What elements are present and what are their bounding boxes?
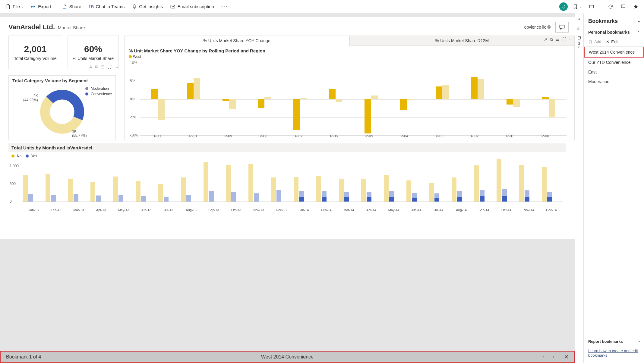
svg-rect-0 (89, 5, 92, 8)
reset-button[interactable] (559, 2, 568, 11)
star-icon (633, 4, 639, 9)
divider (603, 3, 603, 10)
kpi-market-share[interactable]: 60% % Units Market Share ⚲ ⧉ ☰ ⛶ ··· (68, 36, 119, 69)
bookmark-name: West 2014 Convenience (261, 354, 314, 360)
kpi-value: 60% (84, 44, 102, 54)
chat-icon (559, 24, 565, 30)
teams-icon (89, 4, 94, 9)
refresh-button[interactable] (605, 3, 616, 11)
bookmark-close-button[interactable]: ✕ (564, 354, 569, 360)
bookmark-item[interactable]: East (584, 67, 644, 77)
more-menu[interactable]: ··· (219, 2, 230, 11)
filters-pane-collapsed[interactable]: « Filters (575, 13, 584, 363)
svg-rect-2 (171, 5, 175, 8)
report-bookmarks-header[interactable]: Report bookmarks (588, 339, 623, 344)
chevron-up-icon[interactable]: ⌃ (637, 30, 640, 34)
focus-icon[interactable]: ⛶ (108, 65, 112, 69)
copy-icon[interactable]: ⧉ (95, 64, 98, 69)
tab-label: % Units Market Share YOY Change (203, 38, 270, 43)
chevron-down-icon: ⌵ (580, 5, 582, 8)
pin-icon[interactable]: ⚲ (543, 37, 548, 42)
tab-r12m[interactable]: % Units Market Share R12M ⚲ ⧉ ☰ ⛶ ··· (349, 36, 575, 46)
comment-visual-button[interactable] (555, 22, 569, 33)
subscribe-button[interactable]: Email subscription (168, 3, 216, 11)
more-icon[interactable]: ··· (569, 37, 573, 42)
bookmarks-header: Bookmarks (588, 18, 618, 24)
export-icon (31, 4, 36, 9)
exit-bookmark-button[interactable]: ✕ Exit (606, 39, 618, 44)
view-menu[interactable]: ⌵ (586, 3, 600, 11)
svg-point-5 (45, 95, 79, 129)
chevron-down-icon: ⌵ (53, 5, 55, 8)
bookmark-next-button[interactable]: 〉 (552, 354, 557, 360)
export-menu[interactable]: Export⌵ (28, 3, 57, 11)
file-icon (5, 4, 11, 9)
lightbulb-icon (132, 4, 137, 9)
svg-rect-3 (589, 5, 594, 8)
comment-button[interactable] (618, 3, 628, 11)
tab-yoy-change[interactable]: % Units Market Share YOY Change (124, 36, 349, 46)
pin-icon[interactable]: ⚲ (88, 64, 93, 70)
refresh-icon (608, 4, 613, 9)
kpi-label: % Units Market Share (73, 56, 114, 61)
filter-icon[interactable]: ☰ (101, 65, 105, 69)
add-bookmark-button: Add (588, 39, 601, 44)
chart-icon (577, 27, 582, 31)
share-button[interactable]: Share (60, 3, 84, 11)
mail-icon (170, 4, 175, 9)
favorite-button[interactable] (631, 3, 641, 11)
report-header: VanArsdel Ltd. Market Share obvience llc… (0, 17, 575, 36)
copy-icon[interactable]: ⧉ (550, 37, 553, 42)
chart-legend: Moderation Convenience (85, 86, 112, 97)
chat-teams-button[interactable]: Chat in Teams (86, 3, 127, 11)
collapse-icon[interactable]: » (638, 19, 640, 23)
chart-title: Total Category Volume by Segment (12, 78, 112, 83)
more-icon[interactable]: ··· (115, 65, 118, 69)
chevron-down-icon[interactable]: ⌵ (638, 339, 640, 344)
close-icon: ✕ (606, 39, 609, 44)
legend-item: West (129, 55, 570, 59)
chevron-down-icon: ⌵ (22, 5, 24, 8)
insights-button[interactable]: Get insights (129, 3, 165, 11)
donut-svg (39, 89, 85, 134)
filter-icon[interactable]: ☰ (556, 37, 559, 42)
visual-hover-menu: ⚲ ⧉ ☰ ⛶ ··· (544, 37, 573, 42)
tab-label: % Units Market Share R12M (435, 38, 489, 43)
bookmark-item[interactable]: West 2014 Convenience (584, 47, 644, 58)
chart-yoy-change[interactable]: % Unit Market Share YOY Change by Rollin… (124, 46, 575, 140)
report-subtitle: Market Share (58, 25, 85, 30)
filters-label: Filters (577, 36, 582, 48)
reset-icon (561, 4, 566, 9)
rectangle-icon (589, 4, 594, 9)
bookmark-prev-button[interactable]: 〈 (541, 354, 545, 360)
donut-label: 3K(55.77%) (72, 129, 87, 138)
file-menu[interactable]: File⌵ (3, 3, 26, 11)
report-title: VanArsdel Ltd. (8, 23, 55, 31)
bookmark-item[interactable]: Our YTD Convenience (584, 58, 644, 67)
chart-donut-segment[interactable]: Total Category Volume by Segment Moderat… (8, 75, 116, 140)
chart-title: Total Units by Month and isVanArsdel (8, 143, 566, 152)
chevron-down-icon: ⌵ (596, 5, 598, 8)
share-icon (62, 4, 68, 9)
donut-label: 2K(44.23%) (23, 94, 38, 102)
bookmark-position: Bookmark 1 of 4 (6, 354, 41, 360)
chart-title: % Unit Market Share YOY Change by Rollin… (129, 48, 570, 53)
comment-icon (620, 4, 626, 9)
chart-units-by-month[interactable]: Total Units by Month and isVanArsdel No … (8, 143, 566, 212)
bookmarks-help-link[interactable]: Learn how to create and edit bookmarks (584, 347, 644, 363)
personal-bookmarks-header[interactable]: Personal bookmarks (588, 30, 630, 35)
chart-legend: No Yes (8, 152, 566, 159)
top-toolbar: File⌵ Export⌵ Share Chat in Teams Get in… (0, 0, 644, 13)
svg-point-1 (92, 5, 93, 6)
focus-icon[interactable]: ⛶ (562, 37, 566, 42)
bookmark-item[interactable]: Moderation (584, 77, 644, 86)
visual-hover-menu: ⚲ ⧉ ☰ ⛶ ··· (89, 64, 118, 69)
bookmark-nav-bar: Bookmark 1 of 4 West 2014 Convenience 〈 … (0, 351, 575, 363)
bookmarks-panel: Bookmarks » Personal bookmarks ⌃ Add ✕ E… (584, 13, 644, 363)
bookmark-menu[interactable]: ⌵ (570, 3, 584, 11)
expand-icon[interactable]: « (578, 17, 580, 21)
kpi-label: Total Category Volume (14, 56, 57, 61)
kpi-total-volume[interactable]: 2,001 Total Category Volume (8, 36, 62, 69)
bookmark-add-icon (588, 40, 592, 44)
bookmark-icon (573, 4, 578, 9)
